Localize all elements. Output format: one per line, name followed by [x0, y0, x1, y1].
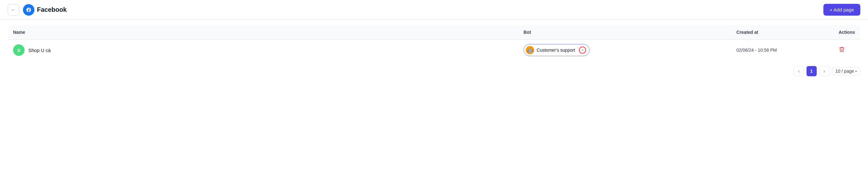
page-header: ← Facebook + Add page — [0, 0, 868, 20]
per-page-label: 10 / page — [836, 68, 854, 74]
svg-text:🤖: 🤖 — [527, 48, 533, 53]
back-icon: ← — [11, 7, 16, 13]
table-header: Name Bot Created at Actions — [8, 25, 860, 39]
close-icon: ✕ — [581, 48, 584, 52]
per-page-selector[interactable]: 10 / page ▾ — [832, 67, 860, 75]
bot-avatar: 🤖 — [526, 46, 534, 54]
bot-chip: 🤖 Customer's support ✕ — [524, 44, 589, 56]
table-body: S Shop U cà 🤖 Customer's suppor — [8, 39, 860, 61]
created-at-value: 02/06/24 - 10:58 PM — [736, 48, 777, 53]
facebook-icon — [23, 4, 34, 16]
next-page-button[interactable]: › — [819, 66, 830, 76]
facebook-logo: Facebook — [23, 4, 67, 16]
trash-svg — [839, 46, 845, 53]
col-header-bot: Bot — [519, 25, 731, 39]
back-button[interactable]: ← — [8, 4, 19, 16]
avatar: S — [13, 44, 25, 56]
page-name: Shop U cà — [28, 48, 51, 53]
pages-table: Name Bot Created at Actions S Shop U cà — [8, 25, 860, 61]
actions-cell — [834, 39, 860, 61]
current-page-button[interactable]: 1 — [806, 66, 817, 76]
svg-point-0 — [23, 4, 34, 16]
name-cell: S Shop U cà — [8, 39, 519, 61]
page-title: Facebook — [37, 6, 67, 13]
add-page-button[interactable]: + Add page — [824, 4, 860, 16]
name-cell-inner: S Shop U cà — [13, 44, 513, 56]
header-left: ← Facebook — [8, 4, 67, 16]
prev-page-button[interactable]: ‹ — [794, 66, 804, 76]
trash-icon — [839, 46, 845, 54]
bot-name: Customer's support — [537, 48, 575, 53]
col-header-name: Name — [8, 25, 519, 39]
delete-button[interactable] — [839, 46, 845, 54]
pagination: ‹ 1 › 10 / page ▾ — [0, 61, 868, 81]
created-at-cell: 02/06/24 - 10:58 PM — [731, 39, 834, 61]
col-header-actions: Actions — [834, 25, 860, 39]
bot-remove-button[interactable]: ✕ — [579, 47, 586, 54]
bot-cell: 🤖 Customer's support ✕ — [519, 39, 731, 61]
col-header-created: Created at — [731, 25, 834, 39]
table-wrapper: Name Bot Created at Actions S Shop U cà — [0, 25, 868, 61]
chevron-down-icon: ▾ — [855, 69, 857, 73]
bot-avatar-icon: 🤖 — [526, 46, 534, 54]
table-row: S Shop U cà 🤖 Customer's suppor — [8, 39, 860, 61]
